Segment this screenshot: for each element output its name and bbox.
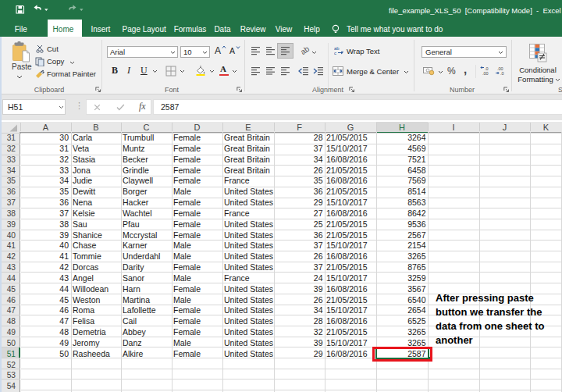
svg-text:.0: .0 bbox=[500, 71, 504, 76]
svg-text:.00: .00 bbox=[482, 71, 489, 76]
svg-text:.0: .0 bbox=[485, 66, 489, 71]
svg-text:.00: .00 bbox=[497, 66, 503, 71]
svg-text:c: c bbox=[334, 51, 336, 55]
